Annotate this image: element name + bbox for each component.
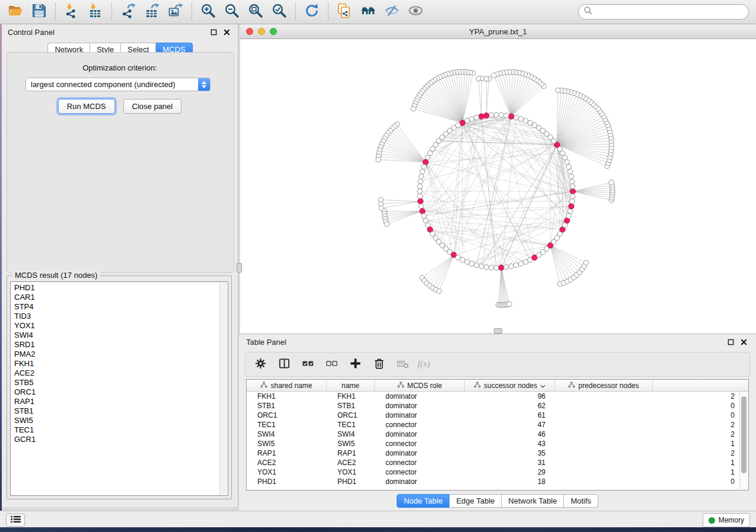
table-row[interactable]: PHD1PHD1dominator180 (247, 477, 748, 486)
table-row[interactable]: ORC1ORC1dominator610 (247, 411, 748, 420)
column-header-MCDS-role[interactable]: MCDS role (375, 380, 465, 391)
table-row[interactable]: YOX1YOX1connector291 (247, 467, 748, 477)
float-window-icon[interactable] (725, 337, 736, 348)
mcds-result-item: TID3 (11, 312, 228, 321)
list-icon (11, 515, 21, 525)
horizontal-split-grip[interactable] (494, 328, 502, 334)
table-cell: dominator (375, 392, 465, 400)
table-cell: RAP1 (327, 449, 375, 457)
column-header-shared-name[interactable]: shared name (247, 380, 327, 391)
desktop-wallpaper-strip (0, 527, 756, 532)
toolbar-button-zoom-fit[interactable] (244, 2, 267, 22)
zoom-selected-icon (272, 3, 287, 21)
column-header-successor-nodes[interactable]: successor nodes (465, 380, 555, 391)
table-scrollbar-thumb[interactable] (741, 396, 747, 473)
table-cell: 43 (465, 440, 555, 448)
mcds-result-item: STB1 (11, 406, 228, 416)
table-cell: STB1 (327, 402, 375, 410)
mcds-result-item: ACE2 (11, 368, 228, 378)
network-window-titlebar[interactable]: YPA_prune.txt_1 (240, 24, 756, 39)
table-toolbar-deselect-all-button[interactable] (324, 357, 340, 373)
two-houses-icon (361, 3, 376, 21)
table-cell: ACE2 (247, 459, 327, 467)
toolbar-separator (328, 3, 328, 21)
table-row[interactable]: SWI5SWI5connector431 (247, 439, 748, 448)
tab-edge-table[interactable]: Edge Table (449, 494, 502, 508)
search-input[interactable] (595, 7, 748, 17)
toolbar-button-export-image[interactable] (164, 2, 187, 22)
toolbar-button-eye[interactable] (404, 2, 428, 22)
select-all-icon (302, 357, 314, 372)
search-box[interactable] (578, 4, 749, 20)
tab-node-table[interactable]: Node Table (397, 494, 450, 508)
table-toolbar-select-all-button[interactable] (300, 357, 316, 373)
table-cell: ORC1 (327, 411, 375, 419)
table-cell: 1 (555, 468, 739, 476)
table-cell: connector (375, 440, 465, 448)
table-cell: SWI5 (247, 440, 327, 448)
toolbar-button-zoom-selected[interactable] (267, 2, 291, 22)
table-toolbar-columns-button[interactable] (276, 357, 292, 373)
tab-network-table[interactable]: Network Table (502, 494, 564, 508)
toolbar-separator (111, 3, 112, 21)
table-cell: 1 (555, 459, 739, 467)
mcds-list-scrollbar[interactable] (219, 283, 227, 495)
toolbar-button-zoom-out[interactable] (220, 2, 244, 22)
toolbar-button-save[interactable] (27, 2, 51, 22)
task-history-button[interactable] (6, 514, 25, 527)
toolbar-button-clone-network[interactable] (333, 2, 356, 22)
run-mcds-button[interactable]: Run MCDS (58, 99, 115, 114)
zoom-out-icon (224, 3, 240, 21)
table-cell: 0 (555, 411, 739, 419)
optimization-criterion-label: Optimization criterion: (2, 63, 238, 72)
zoom-in-icon (200, 3, 216, 21)
table-row[interactable]: RAP1RAP1dominator352 (247, 448, 748, 458)
table-header-row: shared namenameMCDS rolesuccessor nodesp… (247, 380, 748, 392)
column-header-predecessor-nodes[interactable]: predecessor nodes (555, 380, 653, 391)
table-cell: SWI4 (247, 430, 327, 438)
toolbar-button-two-houses[interactable] (356, 2, 380, 22)
mcds-result-item: PMA2 (11, 350, 228, 359)
close-icon[interactable] (221, 27, 232, 37)
toolbar-button-refresh[interactable] (300, 2, 324, 22)
table-panel-header: Table Panel (239, 334, 756, 350)
table-toolbar-add-button[interactable] (347, 357, 363, 373)
mcds-result-list[interactable]: PHD1CAR1STP4TID3YOX1SWI4SRD1PMA2FKH1ACE2… (10, 281, 228, 496)
toolbar-button-zoom-in[interactable] (196, 2, 220, 22)
table-cell: PHD1 (247, 477, 327, 486)
table-scrollbar[interactable] (739, 392, 748, 489)
table-toolbar-gear-button[interactable] (253, 357, 269, 373)
add-icon (349, 357, 362, 372)
float-window-icon[interactable] (208, 27, 219, 37)
toolbar-button-import-table[interactable] (84, 2, 107, 22)
memory-button[interactable]: Memory (703, 513, 750, 527)
table-row[interactable]: ACE2ACE2connector311 (247, 458, 748, 467)
table-row[interactable]: STB1STB1dominator620 (247, 401, 748, 411)
toolbar-button-export-table[interactable] (140, 2, 164, 22)
toolbar-button-open-file[interactable] (4, 2, 27, 22)
table-row[interactable]: TEC1TEC1connector472 (247, 420, 748, 430)
table-row[interactable]: FKH1FKH1dominator962 (247, 392, 748, 401)
tab-motifs[interactable]: Motifs (564, 494, 598, 508)
open-file-icon (8, 3, 23, 21)
export-network-icon (120, 3, 136, 21)
table-panel: Table Panel f(x) shared namenameMCDS rol… (239, 334, 756, 511)
toolbar-button-eye-slash[interactable] (380, 2, 404, 22)
criterion-dropdown[interactable]: largest connected component (undirected) (25, 78, 210, 91)
mcds-result-title: MCDS result (17 nodes) (12, 271, 100, 280)
close-icon[interactable] (738, 337, 749, 348)
mcds-result-item: FKH1 (11, 359, 228, 368)
column-header-name[interactable]: name (327, 380, 375, 391)
toolbar-separator (192, 3, 192, 21)
column-header-label: successor nodes (484, 382, 537, 390)
table-cell: dominator (375, 402, 465, 410)
network-view-window: YPA_prune.txt_1 (240, 24, 756, 334)
eye-slash-icon (384, 3, 400, 21)
close-panel-button[interactable]: Close panel (123, 99, 182, 114)
toolbar-button-import-network[interactable] (60, 2, 84, 22)
network-graph-canvas[interactable] (240, 39, 756, 334)
vertical-split-grip[interactable] (237, 263, 242, 273)
toolbar-button-export-network[interactable] (116, 2, 140, 22)
table-row[interactable]: SWI4SWI4dominator462 (247, 430, 748, 439)
table-toolbar-delete-button[interactable] (371, 357, 387, 373)
